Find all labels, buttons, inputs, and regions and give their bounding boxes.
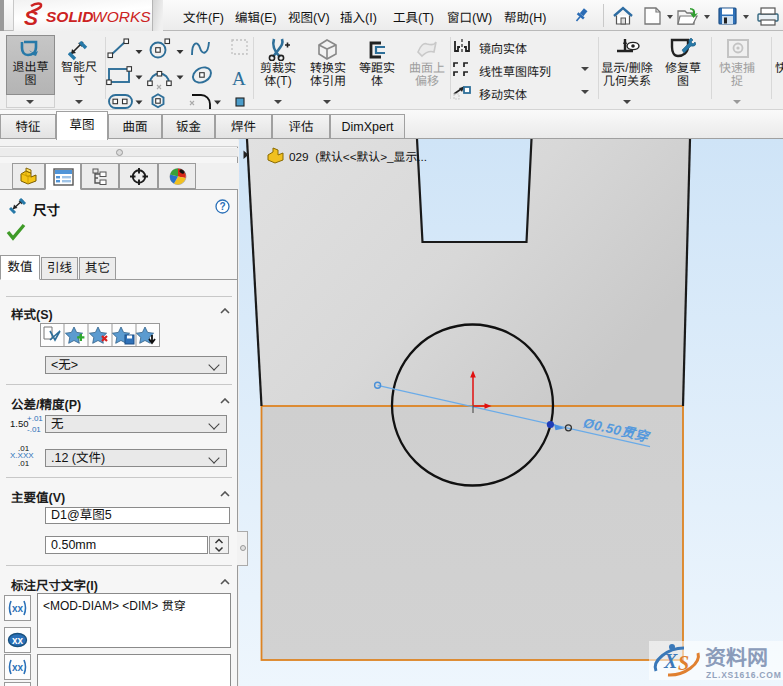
svg-text:A: A [232, 68, 246, 89]
svg-text:029 (默认<<默认>_显示...: 029 (默认<<默认>_显示... [289, 150, 427, 164]
svg-text:X: X [663, 650, 678, 672]
svg-text:ZL.XS1616.COM: ZL.XS1616.COM [706, 670, 782, 680]
svg-text:xx: xx [12, 662, 24, 673]
svg-text:?: ? [220, 201, 226, 212]
svg-text:xx: xx [12, 603, 24, 614]
svg-text:资料网: 资料网 [705, 646, 768, 669]
svg-text:S: S [678, 652, 689, 674]
svg-text:WORKS: WORKS [92, 8, 151, 25]
svg-text:xx: xx [12, 635, 24, 646]
svg-text:S: S [24, 6, 38, 29]
svg-text:SOLID: SOLID [46, 8, 93, 25]
